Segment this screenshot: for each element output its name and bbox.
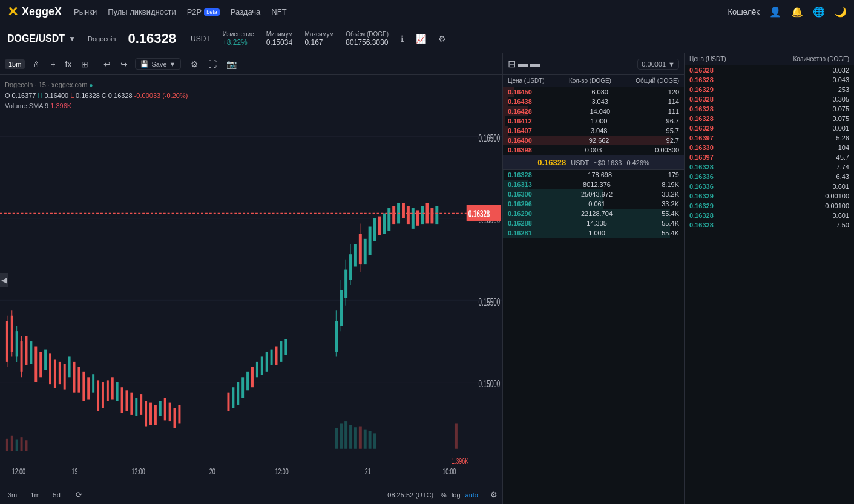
ob-ask-row[interactable]: 0.16398 0.003 0.00300 <box>503 145 684 155</box>
ob-ask-row[interactable]: 0.16400 92.662 92.7 <box>503 136 684 145</box>
ob-view-buttons: ⊟ ▬ ▬ <box>508 58 540 70</box>
ob-col-qty: Кол-во (DOGE) <box>569 77 611 84</box>
chart-redo[interactable]: ↪ <box>118 58 130 70</box>
svg-text:20: 20 <box>209 466 215 477</box>
user-icon[interactable]: 👤 <box>769 6 781 18</box>
theme-icon[interactable]: 🌙 <box>835 6 847 18</box>
svg-rect-43 <box>16 440 18 451</box>
rp-trade-row[interactable]: 0.16328 7.74 <box>685 162 854 172</box>
rp-trade-row[interactable]: 0.16397 45.7 <box>685 152 854 162</box>
rp-trade-row[interactable]: 0.16328 0.075 <box>685 104 854 114</box>
rp-trade-row[interactable]: 0.16397 5.26 <box>685 133 854 143</box>
ob-bid-row[interactable]: 0.16313 8012.376 8.19K <box>503 180 684 189</box>
rp-trade-row[interactable]: 0.16336 0.601 <box>685 182 854 191</box>
nav-airdrop[interactable]: Раздача <box>231 7 261 16</box>
svg-rect-98 <box>421 206 424 224</box>
ob-ask-row[interactable]: 0.16412 1.000 96.7 <box>503 116 684 126</box>
nav-markets[interactable]: Рынки <box>74 7 97 16</box>
right-panel: Цена (USDT) Количество (DOGE) 0.16328 0.… <box>685 53 854 504</box>
wallet-button[interactable]: Кошелёк <box>728 7 760 16</box>
ob-bid-row[interactable]: 0.16328 178.698 179 <box>503 170 684 180</box>
ob-ask-row[interactable]: 0.16407 3.048 95.7 <box>503 126 684 136</box>
chart-icon[interactable]: 📈 <box>416 34 426 44</box>
svg-rect-73 <box>280 341 282 362</box>
chart-screenshot-icon[interactable]: 📷 <box>224 58 239 70</box>
chart-toolbar: 15m 🕯 + fx ⊞ ↩ ↪ 💾 Save ▼ ⚙ ⛶ 📷 <box>0 53 502 75</box>
chart-indicators[interactable]: fx <box>63 58 74 70</box>
chart-fullscreen-icon[interactable]: ⛶ <box>206 58 219 70</box>
bell-icon[interactable]: 🔔 <box>791 6 803 18</box>
svg-rect-47 <box>111 377 114 399</box>
svg-rect-96 <box>412 208 415 229</box>
auto-btn[interactable]: auto <box>465 491 478 499</box>
rp-trade-row[interactable]: 0.16329 0.00100 <box>685 201 854 211</box>
svg-rect-100 <box>430 208 433 223</box>
svg-rect-51 <box>130 393 133 415</box>
svg-rect-102 <box>335 428 338 449</box>
log-btn[interactable]: log <box>452 491 461 499</box>
rp-trade-row[interactable]: 0.16328 0.043 <box>685 75 854 85</box>
rp-column-headers: Цена (USDT) Количество (DOGE) <box>685 53 854 65</box>
chart-undo[interactable]: ↩ <box>101 58 113 70</box>
chart-settings-icon[interactable]: ⚙ <box>188 58 201 70</box>
save-button[interactable]: 💾 Save ▼ <box>135 58 181 70</box>
svg-rect-63 <box>232 387 234 408</box>
svg-rect-44 <box>21 437 23 451</box>
ob-ask-row[interactable]: 0.16438 3.043 114 <box>503 97 684 106</box>
rp-trade-row[interactable]: 0.16336 6.43 <box>685 172 854 182</box>
settings-icon[interactable]: ⚙ <box>438 34 446 44</box>
ticker-pair[interactable]: DOGE/USDT ▼ <box>7 33 76 44</box>
nav-liquidity[interactable]: Пулы ликвидности <box>108 7 176 16</box>
chart-settings-bottom-icon[interactable]: ⚙ <box>490 490 498 499</box>
ob-view-both[interactable]: ⊟ <box>508 58 516 70</box>
ob-view-asks[interactable]: ▬ <box>530 58 540 70</box>
svg-text:21: 21 <box>365 466 371 477</box>
expand-left-icon[interactable]: ◀ <box>0 273 8 287</box>
rp-trade-row[interactable]: 0.16329 0.001 <box>685 123 854 133</box>
order-book: ⊟ ▬ ▬ 0.00001 ▼ Цена (USDT) Кол-во (DOGE… <box>503 53 685 504</box>
svg-rect-108 <box>364 430 367 449</box>
ob-ask-row[interactable]: 0.16428 14.040 111 <box>503 106 684 116</box>
rp-trade-row[interactable]: 0.16328 0.601 <box>685 211 854 220</box>
trade-analysis-icon[interactable]: ⟳ <box>76 490 82 499</box>
rp-rows: 0.16328 0.032 0.16328 0.043 0.16329 253 … <box>685 65 854 504</box>
svg-rect-77 <box>340 290 343 326</box>
svg-rect-24 <box>25 336 28 365</box>
ob-bid-row[interactable]: 0.16296 0.061 33.2K <box>503 199 684 209</box>
percent-btn[interactable]: % <box>441 491 447 499</box>
ob-bid-row[interactable]: 0.16300 25043.972 33.2K <box>503 189 684 199</box>
logo[interactable]: ✕ XeggeX <box>7 4 62 20</box>
chart-templates[interactable]: ⊞ <box>79 58 91 70</box>
svg-rect-49 <box>121 387 123 413</box>
nav-p2p[interactable]: P2P beta <box>187 7 220 16</box>
svg-rect-57 <box>159 401 162 416</box>
info-icon[interactable]: ℹ <box>401 34 404 44</box>
rp-trade-row[interactable]: 0.16328 0.032 <box>685 65 854 75</box>
period-5d[interactable]: 5d <box>50 491 64 499</box>
rp-trade-row[interactable]: 0.16328 0.305 <box>685 94 854 104</box>
ob-ask-row[interactable]: 0.16450 6.080 120 <box>503 87 684 97</box>
ob-bid-row[interactable]: 0.16290 22128.704 55.4K <box>503 209 684 218</box>
rp-trade-row[interactable]: 0.16329 0.00100 <box>685 191 854 201</box>
chart-compare[interactable]: + <box>48 58 57 70</box>
svg-text:0.16328: 0.16328 <box>468 208 490 220</box>
svg-rect-88 <box>373 218 376 241</box>
globe-icon[interactable]: 🌐 <box>813 6 825 18</box>
save-dropdown-icon: ▼ <box>169 61 176 68</box>
ob-bid-row[interactable]: 0.16281 1.000 55.4K <box>503 228 684 238</box>
period-1m[interactable]: 1m <box>27 491 42 499</box>
rp-trade-row[interactable]: 0.16328 0.075 <box>685 114 854 123</box>
rp-trade-row[interactable]: 0.16329 253 <box>685 85 854 94</box>
svg-rect-114 <box>455 423 458 448</box>
ob-spread-pct: 0.426% <box>626 159 649 166</box>
ob-view-bids[interactable]: ▬ <box>518 58 528 70</box>
rp-trade-row[interactable]: 0.16328 7.50 <box>685 220 854 230</box>
tf-15m[interactable]: 15m <box>5 59 25 69</box>
ob-bid-row[interactable]: 0.16288 14.335 55.4K <box>503 218 684 228</box>
period-3m[interactable]: 3m <box>5 491 20 499</box>
svg-text:12:00: 12:00 <box>131 466 145 477</box>
chart-type-candle[interactable]: 🕯 <box>30 58 43 70</box>
rp-trade-row[interactable]: 0.16330 104 <box>685 143 854 152</box>
nav-nft[interactable]: NFT <box>271 7 286 16</box>
ob-precision-selector[interactable]: 0.00001 ▼ <box>637 59 679 70</box>
